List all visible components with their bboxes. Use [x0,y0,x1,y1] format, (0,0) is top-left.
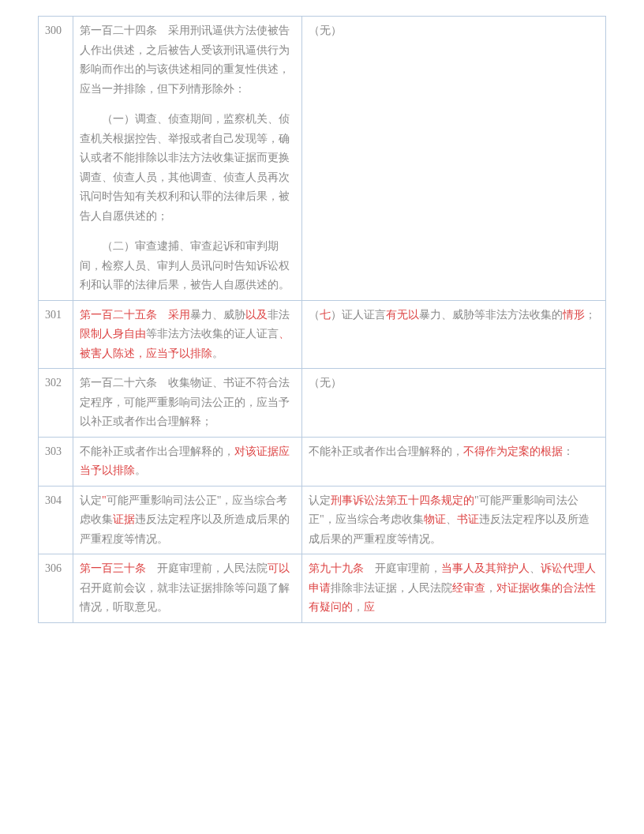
text-segment: 以及 [245,309,268,321]
text-segment: 开庭审理前， [364,562,441,574]
text-segment: ， [353,601,364,613]
text-cell: 第一百二十五条 采用暴力、威胁以及非法限制人身自由等非法方法收集的证人证言、被害… [73,300,302,369]
text-segment: 书证 [457,513,479,525]
text-segment: 暴力、威胁 [190,309,245,321]
text-segment: 经审查 [452,582,485,594]
text-segment: 暴力、威胁等非法方法收集的 [419,309,563,321]
text-segment: （无） [309,377,342,389]
text-cell: （七）证人证言有无以暴力、威胁等非法方法收集的情形； [302,300,606,369]
text-segment: 召开庭前会议，就非法证据排除等问题了解情况，听取意见。 [80,582,290,614]
text-segment: ， [485,582,496,594]
text-segment: 不能补正或者作出合理解释的， [309,445,463,457]
text-segment: 证据 [113,513,135,525]
text-cell: 第一百三十条 开庭审理前，人民法院可以召开庭前会议，就非法证据排除等问题了解情况… [73,554,302,623]
text-segment: （ [309,309,320,321]
text-segment: 认定 [80,494,102,506]
text-segment: （一）调查、侦查期间，监察机关、侦查机关根据控告、举报或者自己发现等，确认或者不… [80,113,290,222]
text-segment: （二）审查逮捕、审查起诉和审判期间，检察人员、审判人员讯问时告知诉讼权利和认罪的… [80,240,290,291]
text-segment: 第一百二十六条 收集物证、书证不符合法定程序，可能严重影响司法公正的，应当予以补… [80,377,290,427]
text-segment: 不得作为定案的根据 [463,445,563,457]
row-number: 303 [39,437,73,486]
text-segment: 第一百二十五条 采用 [80,309,190,321]
text-cell: 第九十九条 开庭审理前，当事人及其辩护人、诉讼代理人申请排除非法证据，人民法院经… [302,554,606,623]
text-cell: 不能补正或者作出合理解释的，不得作为定案的根据： [302,437,606,486]
text-segment: 、 [530,562,541,574]
text-segment: 可以 [268,562,290,574]
row-number: 306 [39,554,73,623]
text-segment: 、 [446,513,457,525]
text-cell: 认定"可能严重影响司法公正"，应当综合考虑收集证据违反法定程序以及所造成后果的严… [73,486,302,554]
table-row: 302第一百二十六条 收集物证、书证不符合法定程序，可能严重影响司法公正的，应当… [39,369,606,438]
row-number: 300 [39,17,73,301]
row-number: 301 [39,300,73,369]
text-segment: 第一百二十四条 采用刑讯逼供方法使被告人作出供述，之后被告人受该刑讯逼供行为影响… [80,24,290,95]
text-cell: （无） [302,369,606,438]
text-cell: 认定刑事诉讼法第五十四条规定的"可能严重影响司法公正"，应当综合考虑收集物证、书… [302,486,606,554]
text-segment: 。 [135,464,146,476]
text-cell: 第一百二十六条 收集物证、书证不符合法定程序，可能严重影响司法公正的，应当予以补… [73,369,302,438]
comparison-table: 300第一百二十四条 采用刑讯逼供方法使被告人作出供述，之后被告人受该刑讯逼供行… [38,16,606,623]
text-segment: 有无以 [386,309,419,321]
text-segment: （无） [309,24,342,36]
text-segment: 非法 [268,309,290,321]
text-segment: 等非法方法收集的证人证言 [146,328,279,340]
table-row: 301第一百二十五条 采用暴力、威胁以及非法限制人身自由等非法方法收集的证人证言… [39,300,606,369]
table-row: 303不能补正或者作出合理解释的，对该证据应当予以排除。不能补正或者作出合理解释… [39,437,606,486]
text-segment: ： [563,445,574,457]
table-row: 306第一百三十条 开庭审理前，人民法院可以召开庭前会议，就非法证据排除等问题了… [39,554,606,623]
table-row: 304认定"可能严重影响司法公正"，应当综合考虑收集证据违反法定程序以及所造成后… [39,486,606,554]
table-row: 300第一百二十四条 采用刑讯逼供方法使被告人作出供述，之后被告人受该刑讯逼供行… [39,17,606,301]
text-cell: （无） [302,17,606,301]
text-segment: 应 [364,601,375,613]
text-segment: 刑事诉讼法第五十四条规定的 [331,494,474,506]
text-segment: 不能补正或者作出合理解释的， [80,445,234,457]
row-number: 302 [39,369,73,438]
text-segment: 。 [212,348,223,359]
text-segment: 认定 [309,494,331,506]
text-cell: 不能补正或者作出合理解释的，对该证据应当予以排除。 [73,437,302,486]
text-segment: 限制人身自由 [80,328,146,340]
text-segment: 情形 [563,309,585,321]
text-segment: 第九十九条 [309,562,364,574]
row-number: 304 [39,486,73,554]
text-segment: 排除非法证据，人民法院 [331,582,452,594]
text-segment: 开庭审理前，人民法院 [146,562,268,574]
text-segment: 当事人及其辩护人 [441,562,530,574]
text-cell: 第一百二十四条 采用刑讯逼供方法使被告人作出供述，之后被告人受该刑讯逼供行为影响… [73,17,302,301]
text-segment: ）证人证言 [331,309,386,321]
text-segment: 第一百三十条 [80,562,146,574]
text-segment: ； [585,309,596,321]
text-segment: 物证 [424,513,446,525]
text-segment: 七 [320,309,331,321]
